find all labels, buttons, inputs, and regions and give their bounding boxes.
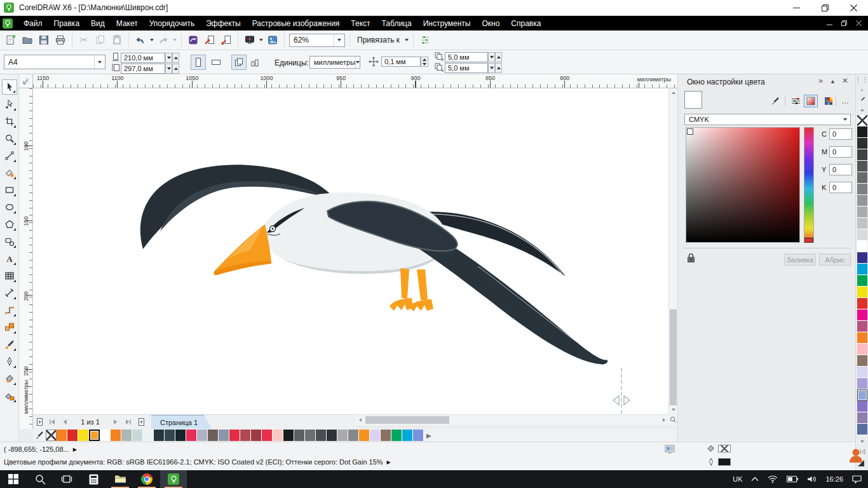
color-swatch[interactable] [857,184,867,195]
color-swatch[interactable] [175,430,186,441]
volume-icon[interactable] [807,475,817,483]
portrait-button[interactable] [191,55,206,70]
color-swatch[interactable] [273,430,283,441]
all-pages-button[interactable] [231,55,247,70]
color-swatch[interactable] [857,207,867,218]
outline-button[interactable]: Абрис [819,254,851,266]
page-width-field[interactable]: 210,0 мм [121,53,165,63]
color-eyedropper-tool[interactable] [2,337,17,352]
color-swatch[interactable] [391,430,402,441]
shape-tool[interactable] [2,97,17,112]
horizontal-scroll-thumb[interactable] [365,416,449,424]
color-model-select[interactable]: CMYK [684,114,851,125]
color-swatch[interactable] [305,430,316,441]
color-swatch[interactable] [348,430,359,441]
coreldraw-app-icon[interactable] [160,470,187,488]
save-icon[interactable] [37,33,51,47]
color-swatch[interactable] [294,430,305,441]
color-swatch[interactable] [132,430,143,441]
file-explorer-app-icon[interactable] [107,470,133,488]
color-swatch[interactable] [381,430,391,441]
freehand-tool[interactable] [2,148,17,163]
zoom-level-combo[interactable]: 62% [289,34,345,47]
clock[interactable]: 16:26 [825,475,843,483]
menu-item[interactable]: Растровые изображения [247,17,346,30]
docker-expand-icon[interactable]: » [818,76,823,85]
page-height-field[interactable]: 297,0 мм [121,64,165,74]
pick-tool[interactable] [2,79,17,95]
export-icon[interactable] [219,33,233,47]
page-tab[interactable]: Страница 1 [151,415,212,429]
menu-item[interactable]: Таблица [376,17,417,30]
palette-grip-icon[interactable]: ⋮⋮ [855,74,868,85]
color-swatch[interactable] [857,161,867,172]
hue-strip[interactable] [804,127,814,243]
color-swatch[interactable] [78,430,89,441]
docker-more-icon[interactable]: … [838,95,852,107]
menu-item[interactable]: Текст [345,17,376,30]
page-width-spin-up[interactable] [172,53,179,63]
drawing-canvas[interactable] [33,88,668,414]
color-swatch[interactable] [857,252,867,264]
zoom-fit-button[interactable] [668,414,677,425]
ruler-origin[interactable] [19,74,33,88]
color-swatch[interactable] [370,430,381,441]
palette-expand-icon[interactable]: › [861,85,863,95]
nudge-field[interactable]: 0,1 мм [381,57,421,67]
menu-item[interactable]: Инструменты [417,17,477,30]
color-swatch[interactable] [359,430,370,441]
channel-input[interactable]: 0 [829,128,852,140]
channel-input[interactable]: 0 [829,182,852,193]
color-swatch[interactable] [857,390,867,401]
polygon-tool[interactable] [2,217,17,232]
cut-icon[interactable]: ✂ [77,33,91,47]
hue-marker[interactable] [804,238,813,243]
text-tool[interactable]: A [2,251,17,266]
duplicate-x-spin-up[interactable] [495,52,502,62]
preset-caret-icon[interactable] [94,55,105,69]
color-swatch[interactable] [337,430,348,441]
color-swatch[interactable] [857,401,867,412]
fill-tool[interactable] [2,371,17,386]
outline-pen-tool[interactable] [2,354,17,369]
color-swatch[interactable] [857,298,867,309]
nudge-spin-down[interactable] [421,62,428,66]
open-icon[interactable] [20,33,34,47]
undo-icon[interactable] [133,33,147,47]
last-page-icon[interactable] [123,416,134,428]
color-swatch[interactable] [857,287,867,298]
current-page-button[interactable] [248,55,263,70]
color-swatch[interactable] [857,172,867,184]
horizontal-ruler[interactable]: 1150110010501000950900850800 миллиметры [33,74,677,88]
add-page-before-icon[interactable] [34,416,45,428]
nudge-spin-up[interactable] [421,57,428,62]
snap-to-label[interactable]: Привязать к [355,36,402,44]
color-swatch[interactable] [857,355,867,367]
color-swatch[interactable] [89,430,100,441]
options-icon[interactable] [418,33,432,47]
duplicate-y-spin-up[interactable] [495,63,502,73]
fill-button[interactable]: Заливка [784,254,816,266]
page-height-spin-down[interactable] [165,64,172,74]
color-swatch[interactable] [857,218,867,229]
palette-overflow-icon[interactable]: ▶ [426,432,431,439]
new-document-icon[interactable] [4,33,18,47]
color-swatch[interactable] [154,430,165,441]
color-swatch[interactable] [413,430,424,441]
basic-shapes-tool[interactable] [2,234,17,249]
mirror-guide-icon[interactable] [610,392,633,409]
color-swatch[interactable] [262,430,273,441]
color-swatch[interactable] [857,126,867,138]
units-combo[interactable]: миллиметры [309,56,360,69]
hidden-icons-chevron[interactable] [751,477,759,482]
color-palettes-icon[interactable] [822,95,836,107]
color-swatch[interactable] [857,275,867,287]
language-indicator[interactable]: UK [733,475,742,483]
application-launcher-icon[interactable] [243,33,257,47]
color-viewers-icon[interactable] [804,95,818,107]
calculator-app-icon[interactable] [80,470,107,488]
color-swatch[interactable] [857,138,867,149]
undo-dropdown-caret[interactable] [150,39,154,41]
taskbar-search-button[interactable] [27,470,53,488]
add-page-after-icon[interactable] [135,416,147,428]
